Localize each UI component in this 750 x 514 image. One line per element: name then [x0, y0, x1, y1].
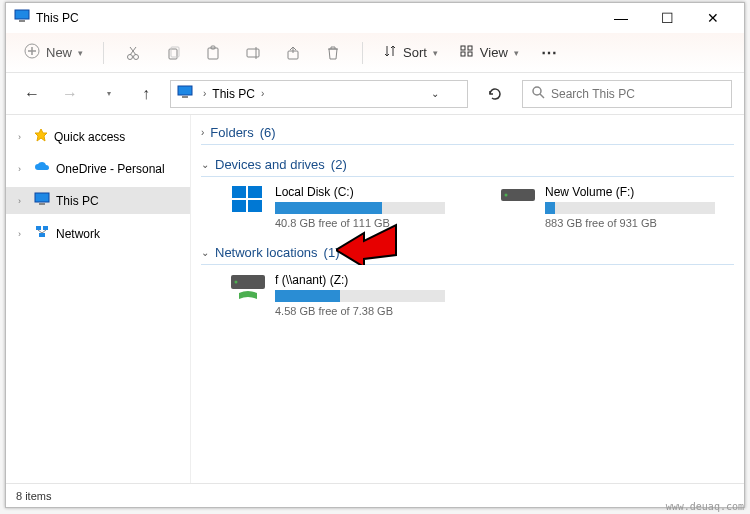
sidebar-item-label: Quick access	[54, 130, 125, 144]
this-pc-icon	[34, 192, 50, 209]
status-bar: 8 items	[6, 483, 744, 507]
chevron-down-icon: ▾	[78, 48, 83, 58]
svg-rect-26	[39, 203, 45, 205]
svg-rect-34	[232, 200, 246, 212]
paste-button[interactable]	[198, 38, 228, 68]
svg-rect-27	[36, 226, 41, 230]
svg-rect-35	[248, 200, 262, 212]
section-count: (6)	[260, 125, 276, 140]
sidebar-item-quick-access[interactable]: › Quick access	[6, 123, 190, 150]
cloud-icon	[34, 161, 50, 176]
delete-button[interactable]	[318, 38, 348, 68]
drive-z[interactable]: f (\\anant) (Z:) 4.58 GB free of 7.38 GB	[231, 273, 461, 317]
drive-name: f (\\anant) (Z:)	[275, 273, 461, 287]
section-header-network[interactable]: ⌄ Network locations (1)	[201, 241, 734, 265]
sidebar-item-this-pc[interactable]: › This PC	[6, 187, 190, 214]
this-pc-icon	[177, 85, 193, 103]
sort-button[interactable]: Sort ▾	[377, 40, 444, 65]
svg-line-31	[42, 230, 46, 233]
svg-rect-28	[43, 226, 48, 230]
svg-line-30	[38, 230, 42, 233]
more-button[interactable]: ⋯	[535, 38, 565, 68]
drive-f[interactable]: New Volume (F:) 883 GB free of 931 GB	[501, 185, 731, 229]
drive-name: New Volume (F:)	[545, 185, 731, 199]
back-button[interactable]: ←	[18, 80, 46, 108]
drive-free: 40.8 GB free of 111 GB	[275, 217, 461, 229]
chevron-right-icon: ›	[18, 229, 28, 239]
section-label: Devices and drives	[215, 157, 325, 172]
windows-drive-icon	[231, 185, 265, 215]
svg-rect-33	[248, 186, 262, 198]
drive-c[interactable]: Local Disk (C:) 40.8 GB free of 111 GB	[231, 185, 461, 229]
refresh-button[interactable]	[478, 80, 512, 108]
section-folders: › Folders (6)	[201, 121, 734, 145]
rename-button[interactable]	[238, 38, 268, 68]
sidebar: › Quick access › OneDrive - Personal › T…	[6, 115, 191, 483]
search-input[interactable]	[551, 87, 723, 101]
drive-free: 4.58 GB free of 7.38 GB	[275, 305, 461, 317]
svg-rect-32	[232, 186, 246, 198]
svg-rect-29	[39, 233, 45, 237]
search-icon	[531, 85, 545, 103]
usage-bar	[275, 290, 445, 302]
chevron-right-icon: ›	[18, 164, 28, 174]
svg-rect-18	[461, 52, 465, 56]
search-box[interactable]	[522, 80, 732, 108]
chevron-right-icon: ›	[201, 127, 204, 138]
minimize-button[interactable]: —	[598, 3, 644, 33]
svg-point-6	[134, 54, 139, 59]
section-header-devices[interactable]: ⌄ Devices and drives (2)	[201, 153, 734, 177]
network-icon	[34, 225, 50, 242]
copy-button[interactable]	[158, 38, 188, 68]
drive-free: 883 GB free of 931 GB	[545, 217, 731, 229]
share-button[interactable]	[278, 38, 308, 68]
svg-rect-16	[461, 46, 465, 50]
svg-rect-19	[468, 52, 472, 56]
cut-button[interactable]	[118, 38, 148, 68]
drive-name: Local Disk (C:)	[275, 185, 461, 199]
network-drive-icon	[231, 273, 265, 303]
breadcrumb-root[interactable]: This PC	[212, 87, 255, 101]
section-count: (1)	[324, 245, 340, 260]
maximize-button[interactable]: ☐	[644, 3, 690, 33]
plus-circle-icon	[24, 43, 40, 62]
chevron-down-icon: ⌄	[201, 247, 209, 258]
section-network-locations: ⌄ Network locations (1) f (\\anant) (Z:)…	[201, 241, 734, 321]
address-dropdown-icon[interactable]: ⌄	[431, 88, 439, 99]
chevron-down-icon: ⌄	[201, 159, 209, 170]
view-icon	[460, 44, 474, 61]
sidebar-item-network[interactable]: › Network	[6, 220, 190, 247]
window-title: This PC	[36, 11, 79, 25]
svg-rect-11	[208, 48, 218, 59]
svg-rect-21	[182, 96, 188, 98]
chevron-down-icon: ▾	[514, 48, 519, 58]
svg-rect-25	[35, 193, 49, 202]
close-button[interactable]: ✕	[690, 3, 736, 33]
svg-rect-1	[19, 20, 25, 22]
sort-icon	[383, 44, 397, 61]
recent-button[interactable]: ▾	[94, 80, 122, 108]
hdd-icon	[501, 185, 535, 215]
new-button[interactable]: New ▾	[18, 39, 89, 66]
this-pc-icon	[14, 9, 30, 27]
svg-point-39	[235, 281, 238, 284]
svg-rect-20	[178, 86, 192, 95]
usage-bar	[545, 202, 715, 214]
view-button[interactable]: View ▾	[454, 40, 525, 65]
status-items: 8 items	[16, 490, 51, 502]
forward-button[interactable]: →	[56, 80, 84, 108]
svg-point-22	[533, 87, 541, 95]
svg-point-37	[505, 194, 508, 197]
sidebar-item-onedrive[interactable]: › OneDrive - Personal	[6, 156, 190, 181]
toolbar: New ▾ Sort ▾ View ▾ ⋯	[6, 33, 744, 73]
content-pane: › Folders (6) ⌄ Devices and drives (2)	[191, 115, 744, 483]
watermark: www.deuaq.com	[666, 501, 744, 512]
chevron-right-icon: ›	[18, 196, 28, 206]
address-bar[interactable]: › This PC › ⌄	[170, 80, 468, 108]
chevron-right-icon: ›	[18, 132, 28, 142]
up-button[interactable]: ↑	[132, 80, 160, 108]
titlebar: This PC — ☐ ✕	[6, 3, 744, 33]
section-header-folders[interactable]: › Folders (6)	[201, 121, 734, 145]
section-devices: ⌄ Devices and drives (2) Local Disk (C:)…	[201, 153, 734, 233]
svg-rect-17	[468, 46, 472, 50]
